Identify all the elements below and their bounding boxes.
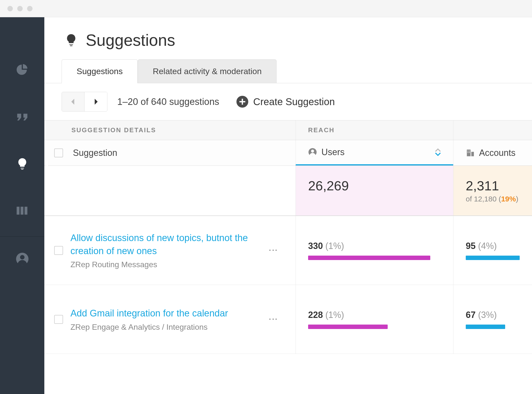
sidebar-item-suggestions[interactable] — [0, 140, 44, 187]
svg-rect-11 — [469, 151, 470, 151]
quote-icon — [16, 110, 29, 124]
traffic-light-minimize[interactable] — [17, 6, 23, 11]
group-header-blank — [453, 120, 532, 140]
users-metric: 330 (1%) — [308, 241, 441, 251]
user-icon — [16, 252, 29, 266]
pager-next-button[interactable] — [84, 92, 107, 111]
sidebar-item-profile[interactable] — [0, 244, 44, 274]
suggestions-table: SUGGESTION DETAILS REACH Suggestion — [44, 120, 532, 394]
main-content: Suggestions Suggestions Related activity… — [44, 17, 532, 394]
summary-row: 26,269 2,311 of 12,180 (19%) — [44, 166, 532, 216]
lightbulb-icon — [64, 33, 78, 47]
tab-suggestions[interactable]: Suggestions — [62, 59, 138, 83]
summary-accounts: 2,311 of 12,180 (19%) — [453, 166, 532, 215]
row-checkbox[interactable] — [54, 315, 63, 324]
traffic-light-zoom[interactable] — [27, 6, 33, 11]
svg-point-7 — [311, 150, 314, 153]
sidebar-item-dashboard[interactable] — [0, 47, 44, 94]
user-icon — [308, 148, 317, 157]
accounts-metric: 95 (4%) — [466, 241, 520, 251]
chevron-down-icon — [435, 152, 441, 156]
suggestion-title-link[interactable]: Add Gmail integration for the calendar — [70, 307, 256, 320]
pager — [62, 92, 107, 112]
suggestion-title-link[interactable]: Allow discussions of new topics, butnot … — [70, 231, 256, 258]
users-metric: 228 (1%) — [308, 310, 441, 320]
row-checkbox[interactable] — [54, 246, 63, 255]
create-suggestion-button[interactable]: Create Suggestion — [236, 96, 335, 108]
chevron-right-icon — [94, 99, 98, 105]
app-window: Suggestions Suggestions Related activity… — [0, 0, 532, 394]
col-header-users-label: Users — [321, 147, 345, 157]
select-all-checkbox[interactable] — [54, 148, 63, 157]
cell-suggestion: Allow discussions of new topics, butnot … — [44, 216, 296, 285]
svg-rect-8 — [467, 149, 471, 156]
window-titlebar — [0, 0, 532, 17]
svg-rect-0 — [17, 207, 19, 214]
row-more-button[interactable]: ⋮ — [263, 246, 283, 255]
suggestion-category: ZRep Engage & Analytics / Integrations — [70, 323, 256, 332]
sort-control[interactable] — [435, 148, 441, 156]
tabs: Suggestions Related activity & moderatio… — [44, 59, 532, 83]
table-row: Add Gmail integration for the calendar Z… — [44, 285, 532, 354]
col-header-accounts[interactable]: Accounts — [453, 140, 532, 165]
group-header-reach: REACH — [296, 120, 453, 140]
pager-range-label: 1–20 of 640 suggestions — [117, 97, 219, 107]
sidebar-divider — [0, 236, 44, 237]
col-header-suggestion[interactable]: Suggestion — [44, 140, 296, 165]
svg-rect-9 — [471, 152, 474, 156]
accounts-metric: 67 (3%) — [466, 310, 520, 320]
page-header: Suggestions — [44, 17, 532, 59]
traffic-light-close[interactable] — [7, 6, 13, 11]
svg-rect-1 — [20, 207, 23, 214]
cell-accounts: 95 (4%) — [453, 216, 532, 285]
sidebar — [0, 17, 44, 394]
row-more-button[interactable]: ⋮ — [263, 315, 283, 324]
table-column-header-row: Suggestion Users — [44, 140, 532, 166]
chevron-left-icon — [71, 99, 75, 105]
summary-users: 26,269 — [296, 166, 453, 215]
svg-rect-2 — [24, 207, 27, 214]
accounts-bar — [466, 256, 520, 260]
users-bar — [308, 325, 388, 329]
col-header-accounts-label: Accounts — [479, 148, 515, 158]
summary-accounts-total: 2,311 — [466, 178, 520, 193]
table-group-header-row: SUGGESTION DETAILS REACH — [44, 120, 532, 140]
summary-blank — [44, 166, 296, 215]
cell-users: 228 (1%) — [296, 285, 453, 354]
building-icon — [466, 148, 475, 157]
cell-users: 330 (1%) — [296, 216, 453, 285]
summary-accounts-subline: of 12,180 (19%) — [466, 195, 520, 203]
chevron-up-icon — [435, 148, 441, 152]
col-header-suggestion-label: Suggestion — [73, 148, 117, 158]
create-suggestion-label: Create Suggestion — [253, 96, 335, 107]
plus-circle-icon — [236, 96, 248, 108]
page-title: Suggestions — [86, 31, 175, 49]
svg-rect-10 — [468, 151, 468, 151]
cell-accounts: 67 (3%) — [453, 285, 532, 354]
svg-rect-12 — [468, 152, 468, 153]
pie-chart-icon — [16, 64, 29, 77]
svg-point-4 — [20, 255, 24, 259]
users-bar — [308, 256, 430, 260]
table-row: Allow discussions of new topics, butnot … — [44, 216, 532, 285]
suggestion-category: ZRep Routing Messages — [70, 260, 256, 269]
pager-prev-button[interactable] — [62, 92, 84, 111]
col-header-users[interactable]: Users — [296, 140, 453, 165]
svg-rect-13 — [469, 152, 470, 153]
sidebar-item-quotes[interactable] — [0, 94, 44, 140]
sidebar-item-board[interactable] — [0, 187, 44, 234]
accounts-bar — [466, 325, 505, 329]
summary-users-total: 26,269 — [308, 178, 441, 193]
cell-suggestion: Add Gmail integration for the calendar Z… — [44, 285, 296, 354]
tab-related-activity[interactable]: Related activity & moderation — [138, 59, 277, 83]
toolbar: 1–20 of 640 suggestions Create Suggestio… — [44, 83, 532, 120]
lightbulb-icon — [16, 157, 29, 171]
group-header-details: SUGGESTION DETAILS — [44, 120, 296, 140]
columns-icon — [16, 204, 29, 217]
